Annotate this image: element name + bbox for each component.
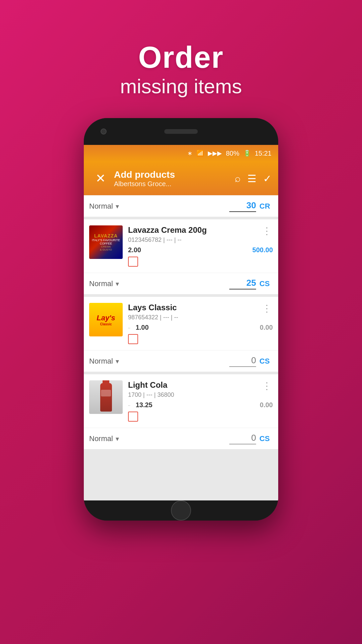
lavazza-total: 500.00 [252, 246, 273, 254]
lavazza-more-icon[interactable]: ⋮ [261, 225, 273, 236]
lays-order-type-label: Normal [89, 357, 113, 366]
lavazza-order-type-label: Normal [89, 202, 113, 211]
lays-brand: Lay's [97, 314, 115, 322]
cola-pricing: .. 13.25 0.00 [128, 401, 273, 409]
lavazza-variant: CREMA& GUSTO [100, 245, 112, 251]
cola-total: 0.00 [260, 401, 273, 409]
toolbar-title: Add products [114, 169, 235, 180]
close-button[interactable]: ✕ [90, 171, 111, 185]
lays-pricing: .. 1.00 0.00 [128, 324, 273, 331]
lavazza-order-row-2: Normal ▾ 25 CS [84, 273, 278, 294]
confirm-icon[interactable]: ✓ [263, 173, 272, 184]
lavazza-checkbox[interactable] [128, 257, 138, 267]
lavazza-product-image: LAVAZZA ITALY'S FAVOURITE COFFEE CREMA& … [89, 225, 123, 259]
lavazza-order-type[interactable]: Normal ▾ [89, 202, 229, 211]
cola-product-info: Light Cola ⋮ 1700 | --- | 36800 .. 13.25… [128, 380, 273, 422]
toolbar-subtitle: Albertsons Groce... [114, 180, 235, 188]
lavazza-product-info: Lavazza Crema 200g ⋮ 0123456782 | --- | … [128, 225, 273, 267]
lays-order-type[interactable]: Normal ▾ [89, 357, 229, 366]
battery-level: 80% [226, 150, 239, 157]
lavazza-code: 0123456782 | --- | -- [128, 236, 273, 244]
lays-dots: .. [128, 325, 130, 329]
wifi-icon: 📶 [196, 150, 204, 157]
cola-dropdown-arrow[interactable]: ▾ [116, 435, 119, 443]
filter-icon[interactable]: ☰ [247, 173, 256, 184]
lavazza-pricing: 2.00 500.00 [128, 246, 273, 254]
lays-order-unit: CS [259, 357, 273, 366]
lavazza-order-row: Normal ▾ 30 CR [84, 195, 278, 217]
cola-bottle [100, 383, 112, 412]
lays-image-bg: Lay's Classic [89, 303, 123, 336]
lavazza-image-bg: LAVAZZA ITALY'S FAVOURITE COFFEE CREMA& … [89, 225, 123, 259]
battery-icon: 🔋 [243, 150, 251, 157]
product-card-cola: Light Cola ⋮ 1700 | --- | 36800 .. 13.25… [84, 374, 278, 449]
product-list: Normal ▾ 30 CR LAVAZZA ITALY'S FAVOURITE… [84, 195, 278, 500]
lays-total: 0.00 [260, 324, 273, 331]
lays-product-image: Lay's Classic [89, 303, 123, 336]
cola-order-type-label: Normal [89, 434, 113, 443]
lays-code: 987654322 | --- | -- [128, 314, 273, 321]
phone-spacer [255, 128, 261, 135]
cola-code: 1700 | --- | 36800 [128, 391, 273, 398]
hero-title: Order [120, 40, 242, 75]
lays-product-info: Lays Classic ⋮ 987654322 | --- | -- .. 1… [128, 303, 273, 344]
time-display: 15:21 [255, 150, 272, 157]
status-bar: ∗ 📶 ▶▶▶ 80% 🔋 15:21 [84, 145, 278, 162]
hero-subtitle: missing items [120, 75, 242, 98]
cola-price: 13.25 [136, 401, 153, 409]
lavazza-product-row: LAVAZZA ITALY'S FAVOURITE COFFEE CREMA& … [84, 219, 278, 273]
product-card-lays: Lay's Classic Lays Classic ⋮ 987654322 |… [84, 297, 278, 372]
lays-more-icon[interactable]: ⋮ [261, 303, 273, 314]
lavazza-order-amount[interactable]: 30 [229, 200, 256, 212]
cola-name: Light Cola [128, 380, 167, 390]
hero-section: Order missing items [120, 0, 242, 118]
app-toolbar: ✕ Add products Albertsons Groce... ⌕ ☰ ✓ [84, 162, 278, 195]
cola-order-unit: CS [259, 434, 273, 443]
lays-variant: Classic [100, 322, 112, 326]
phone-speaker [164, 129, 198, 134]
phone-top [84, 118, 278, 145]
lavazza-order-amount-2[interactable]: 25 [229, 278, 256, 289]
lavazza-order-unit-2: CS [259, 279, 273, 288]
phone-screen: ∗ 📶 ▶▶▶ 80% 🔋 15:21 ✕ Add products Alber… [84, 145, 278, 500]
cola-dots: .. [128, 402, 130, 407]
lays-order-row: Normal ▾ 0 CS [84, 350, 278, 372]
cola-more-icon[interactable]: ⋮ [261, 380, 273, 391]
lavazza-order-type-2[interactable]: Normal ▾ [89, 279, 229, 288]
lavazza-name: Lavazza Crema 200g [128, 225, 207, 235]
product-card-lavazza-order-row: Normal ▾ 30 CR [84, 195, 278, 217]
cola-product-image [89, 380, 123, 414]
phone-frame: ∗ 📶 ▶▶▶ 80% 🔋 15:21 ✕ Add products Alber… [84, 118, 278, 521]
cola-order-row: Normal ▾ 0 CS [84, 428, 278, 449]
cola-image-bg [89, 380, 123, 414]
lavazza-price: 2.00 [128, 246, 141, 254]
cola-order-amount[interactable]: 0 [229, 433, 256, 444]
front-camera [101, 128, 107, 135]
lavazza-dropdown-arrow-2[interactable]: ▾ [116, 280, 119, 288]
lavazza-brand: LAVAZZA [94, 233, 118, 238]
cola-checkbox[interactable] [128, 412, 138, 422]
lays-name: Lays Classic [128, 303, 177, 312]
cola-product-row: Light Cola ⋮ 1700 | --- | 36800 .. 13.25… [84, 374, 278, 428]
lays-order-amount[interactable]: 0 [229, 355, 256, 367]
search-icon[interactable]: ⌕ [235, 173, 241, 184]
lays-checkbox[interactable] [128, 334, 138, 344]
bluetooth-icon: ∗ [187, 150, 192, 157]
phone-bottom [84, 500, 278, 521]
product-card-lavazza: LAVAZZA ITALY'S FAVOURITE COFFEE CREMA& … [84, 219, 278, 294]
lavazza-order-type-label-2: Normal [89, 279, 113, 288]
home-button[interactable] [171, 500, 191, 521]
lavazza-order-unit: CR [259, 202, 273, 211]
signal-icon: ▶▶▶ [208, 150, 222, 157]
toolbar-title-area: Add products Albertsons Groce... [111, 169, 235, 188]
lavazza-sub: ITALY'S FAVOURITE COFFEE [89, 238, 123, 245]
toolbar-actions: ⌕ ☰ ✓ [235, 173, 272, 184]
lays-product-row: Lay's Classic Lays Classic ⋮ 987654322 |… [84, 297, 278, 350]
cola-order-type[interactable]: Normal ▾ [89, 434, 229, 443]
lays-dropdown-arrow[interactable]: ▾ [116, 357, 119, 365]
lavazza-dropdown-arrow[interactable]: ▾ [116, 202, 119, 210]
lays-price: 1.00 [136, 324, 149, 331]
